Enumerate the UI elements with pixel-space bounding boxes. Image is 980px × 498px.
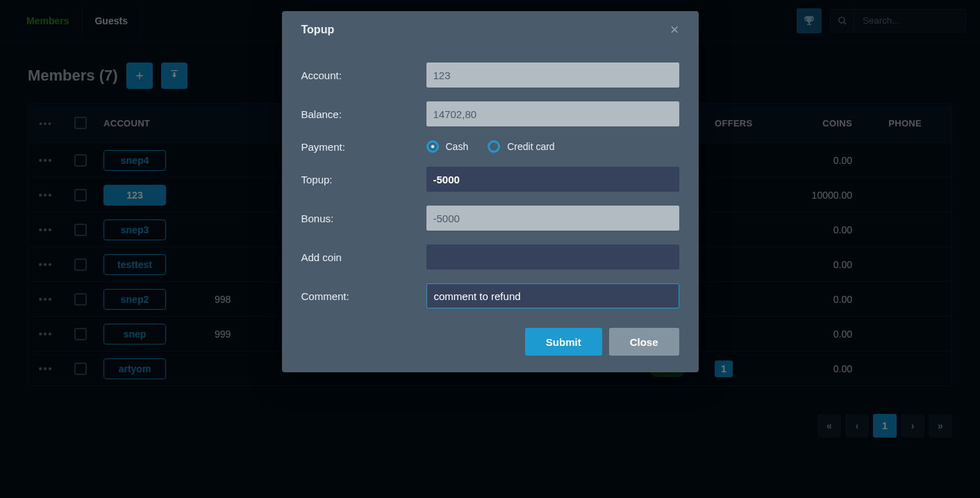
modal-overlay[interactable]: Topup × Account: Balance: Payment: Cash — [0, 0, 980, 498]
topup-modal: Topup × Account: Balance: Payment: Cash — [282, 11, 699, 372]
radio-dot-icon — [426, 140, 439, 153]
label-bonus: Bonus: — [301, 213, 426, 224]
topup-input[interactable] — [426, 167, 679, 192]
field-comment: Comment: — [301, 283, 679, 308]
radio-credit[interactable]: Credit card — [488, 140, 554, 153]
close-button[interactable]: Close — [609, 328, 679, 356]
field-payment: Payment: Cash Credit card — [301, 140, 679, 153]
close-icon[interactable]: × — [670, 22, 679, 38]
radio-cash[interactable]: Cash — [426, 140, 469, 153]
label-payment: Payment: — [301, 141, 426, 153]
radio-cash-label: Cash — [446, 141, 469, 152]
balance-input — [426, 101, 679, 126]
modal-title: Topup — [301, 24, 335, 36]
field-topup: Topup: — [301, 167, 679, 192]
modal-header: Topup × — [282, 11, 699, 43]
label-addcoin: Add coin — [301, 251, 426, 263]
field-account: Account: — [301, 63, 679, 88]
modal-body: Account: Balance: Payment: Cash Credit c… — [282, 43, 699, 308]
comment-input[interactable] — [426, 283, 679, 308]
label-balance: Balance: — [301, 108, 426, 120]
label-comment: Comment: — [301, 290, 426, 302]
field-balance: Balance: — [301, 101, 679, 126]
radio-credit-label: Credit card — [507, 141, 554, 152]
field-addcoin: Add coin — [301, 244, 679, 269]
bonus-input — [426, 206, 679, 231]
payment-radios: Cash Credit card — [426, 140, 679, 153]
radio-ring-icon — [488, 140, 500, 153]
modal-actions: Submit Close — [282, 308, 699, 356]
label-account: Account: — [301, 69, 426, 81]
label-topup: Topup: — [301, 174, 426, 185]
submit-button[interactable]: Submit — [525, 328, 602, 356]
addcoin-input[interactable] — [426, 244, 679, 269]
field-bonus: Bonus: — [301, 206, 679, 231]
account-input — [426, 63, 679, 88]
